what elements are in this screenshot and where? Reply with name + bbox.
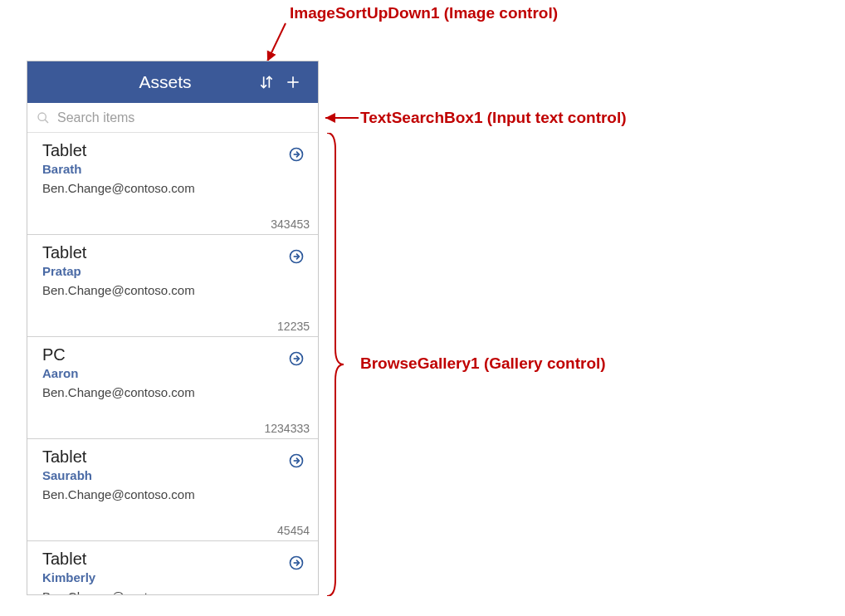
annotation-search-label: TextSearchBox1 (Input text control)	[360, 109, 627, 127]
arrow-right-icon[interactable]	[288, 452, 305, 469]
item-id: 12235	[277, 320, 310, 333]
annotation-sort-label: ImageSortUpDown1 (Image control)	[290, 4, 558, 22]
app-header: Assets	[27, 61, 318, 103]
sort-icon[interactable]	[253, 69, 280, 95]
item-title: Tablet	[42, 447, 306, 467]
item-owner: Pratap	[42, 264, 306, 278]
svg-point-6	[38, 113, 46, 120]
annotation-search-arrow	[322, 111, 360, 125]
search-input[interactable]	[56, 110, 310, 126]
gallery-item[interactable]: Tablet Kimberly Ben.Change@contoso.com	[27, 541, 318, 595]
svg-line-0	[267, 23, 286, 61]
item-email: Ben.Change@contoso.com	[42, 487, 306, 501]
item-owner: Kimberly	[42, 570, 306, 584]
arrow-right-icon[interactable]	[288, 555, 305, 571]
gallery-item[interactable]: Tablet Pratap Ben.Change@contoso.com 122…	[27, 235, 318, 337]
item-id: 1234333	[264, 422, 310, 435]
search-bar	[27, 103, 318, 133]
browse-gallery[interactable]: Tablet Barath Ben.Change@contoso.com 343…	[27, 133, 318, 595]
item-owner: Saurabh	[42, 468, 306, 482]
item-id: 343453	[271, 218, 310, 231]
arrow-right-icon[interactable]	[288, 146, 305, 163]
app-title: Assets	[27, 72, 253, 92]
gallery-item[interactable]: Tablet Saurabh Ben.Change@contoso.com 45…	[27, 439, 318, 541]
item-title: Tablet	[42, 243, 306, 262]
add-icon[interactable]	[280, 69, 306, 95]
item-email: Ben.Change@contoso.com	[42, 589, 306, 595]
item-email: Ben.Change@contoso.com	[42, 181, 306, 195]
annotation-sort-arrow	[264, 20, 289, 65]
item-email: Ben.Change@contoso.com	[42, 283, 306, 297]
arrow-right-icon[interactable]	[288, 248, 305, 265]
gallery-item[interactable]: PC Aaron Ben.Change@contoso.com 1234333	[27, 337, 318, 439]
arrow-right-icon[interactable]	[288, 350, 305, 367]
item-owner: Aaron	[42, 366, 306, 380]
item-title: PC	[42, 345, 306, 364]
annotation-gallery-label: BrowseGallery1 (Gallery control)	[360, 354, 606, 373]
svg-line-7	[45, 120, 48, 123]
item-title: Tablet	[42, 550, 306, 569]
app-frame: Assets Tablet Barath Ben.Change@contoso.…	[27, 61, 319, 595]
item-owner: Barath	[42, 162, 306, 176]
search-icon	[36, 110, 51, 125]
annotation-gallery-brace	[324, 133, 345, 596]
item-title: Tablet	[42, 141, 306, 160]
item-email: Ben.Change@contoso.com	[42, 385, 306, 399]
gallery-item[interactable]: Tablet Barath Ben.Change@contoso.com 343…	[27, 133, 318, 235]
item-id: 45454	[277, 524, 310, 537]
